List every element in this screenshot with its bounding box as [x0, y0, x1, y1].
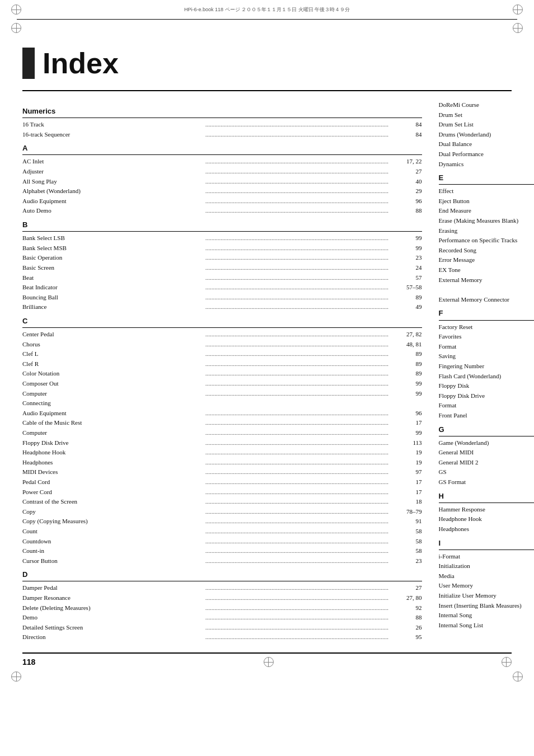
index-dots: ........................................…	[204, 379, 388, 389]
index-term: Copy	[22, 507, 204, 517]
index-entry: Direction ..............................…	[22, 632, 422, 642]
index-entry: End Measure ............................…	[439, 206, 534, 216]
index-entry: Effect .................................…	[439, 186, 534, 196]
index-entry: Hammer Response ........................…	[439, 505, 534, 515]
index-page: 40	[388, 177, 422, 187]
index-page: 92	[388, 603, 422, 613]
index-entry: AC Inlet ...............................…	[22, 157, 422, 167]
index-page: 58	[388, 537, 422, 547]
index-dots: ........................................…	[204, 477, 388, 487]
index-dots: ........................................…	[204, 448, 388, 458]
index-entry: External Memory ........................…	[439, 275, 534, 285]
index-term: Floppy Disk Drive	[439, 391, 534, 401]
index-dots: ........................................…	[204, 369, 388, 379]
index-dots: ........................................…	[204, 233, 388, 243]
section-heading-c: C	[22, 316, 422, 328]
index-term: Erase (Making Measures Blank)	[439, 216, 534, 226]
index-page: 113	[388, 438, 422, 448]
index-dots: ........................................…	[204, 302, 388, 312]
index-term: 16 Track	[22, 120, 204, 130]
index-dots: ........................................…	[204, 167, 388, 177]
index-entry: EX Tone ................................…	[439, 265, 534, 275]
index-page: 27	[388, 167, 422, 177]
index-dots: ........................................…	[204, 349, 388, 359]
section-heading-h: H	[439, 491, 534, 503]
index-dots: ........................................…	[204, 516, 388, 527]
index-entry: 16-track Sequencer .....................…	[22, 130, 422, 140]
index-entry: Floppy Disk ............................…	[439, 381, 534, 391]
index-dots: ........................................…	[204, 389, 388, 399]
index-entry: Front Panel ............................…	[439, 411, 534, 421]
index-entry: Factory Reset ..........................…	[439, 322, 534, 332]
index-entry: Floppy Disk Drive ......................…	[22, 438, 422, 448]
index-term: Computer	[22, 428, 204, 438]
index-page: 89	[388, 293, 422, 303]
section-heading-e: E	[439, 172, 534, 185]
index-entry: Dual Balance ...........................…	[439, 139, 534, 149]
index-entry: Power Cord .............................…	[22, 487, 422, 497]
index-term: General MIDI 2	[439, 458, 534, 468]
index-entry: Saving .................................…	[439, 351, 534, 361]
index-term: Countdown	[22, 537, 204, 547]
index-term: Demo	[22, 613, 204, 623]
index-term: Basic Screen	[22, 263, 204, 273]
section-heading-a: A	[22, 143, 422, 155]
index-page: 49	[388, 302, 422, 312]
index-dots: ........................................…	[204, 186, 388, 196]
index-dots: ........................................…	[204, 243, 388, 253]
index-entry: Copy (Copying Measures) ................…	[22, 516, 422, 527]
index-entry: Audio Equipment ........................…	[22, 408, 422, 419]
index-entry: Auto Demo ..............................…	[22, 206, 422, 216]
index-entry: Brilliance .............................…	[22, 302, 422, 312]
index-dots: ........................................…	[204, 177, 388, 187]
index-entry: Error Message ..........................…	[439, 255, 534, 265]
index-entry: Media ..................................…	[439, 571, 534, 581]
section-heading-i: I	[439, 538, 534, 550]
index-term: Clef R	[22, 359, 204, 369]
index-page: 17, 22	[388, 157, 422, 167]
index-dots: ........................................…	[204, 527, 388, 537]
index-term: Insert (Inserting Blank Measures)	[439, 601, 534, 611]
index-term: Damper Pedal	[22, 583, 204, 593]
index-term: Hammer Response	[439, 505, 534, 515]
bottom-center-reg-mark	[264, 657, 274, 667]
index-term: Internal Song List	[439, 621, 534, 631]
index-term: Headphone Hook	[22, 448, 204, 458]
index-term: General MIDI	[439, 448, 534, 458]
page: HPi-6-e.book 118 ページ ２００５年１１月１５日 火曜日 午後３…	[0, 0, 534, 756]
index-term: Erasing	[439, 226, 534, 236]
index-entry: Cursor Button ..........................…	[22, 556, 422, 566]
index-entry: Pedal Cord .............................…	[22, 477, 422, 487]
index-dots: ........................................…	[204, 428, 388, 438]
index-term: DoReMi Course	[439, 100, 534, 110]
index-entry: Bouncing Ball ..........................…	[22, 293, 422, 303]
index-dots: ........................................…	[204, 507, 388, 517]
index-page: 48, 81	[388, 340, 422, 350]
index-dots: ........................................…	[204, 632, 388, 642]
page-number: 118	[22, 658, 35, 666]
index-page: 27	[388, 583, 422, 593]
index-dots: ........................................…	[204, 583, 388, 593]
index-page: 23	[388, 253, 422, 263]
index-term: Format	[439, 401, 534, 411]
index-page: 18	[388, 497, 422, 507]
index-page: 96	[388, 196, 422, 206]
index-entry: Chorus .................................…	[22, 340, 422, 350]
index-entry: Demo ...................................…	[22, 613, 422, 623]
index-page: 96	[388, 408, 422, 419]
bottom-right-reg-mark2	[513, 672, 523, 682]
index-dots: ........................................…	[204, 537, 388, 547]
section-heading-d: D	[22, 569, 422, 581]
index-page: 89	[388, 349, 422, 359]
index-page: 17	[388, 418, 422, 428]
index-term: Damper Resonance	[22, 593, 204, 603]
index-entry: Erasing	[439, 226, 534, 236]
index-page: 19	[388, 448, 422, 458]
index-dots: ........................................…	[204, 556, 388, 566]
index-term: Alphabet (Wonderland)	[22, 186, 204, 196]
index-term: Media	[439, 571, 534, 581]
index-term: Composer Out	[22, 379, 204, 389]
index-dots: ........................................…	[204, 330, 388, 340]
index-dots: ........................................…	[204, 157, 388, 167]
index-dots: ........................................…	[204, 206, 388, 216]
